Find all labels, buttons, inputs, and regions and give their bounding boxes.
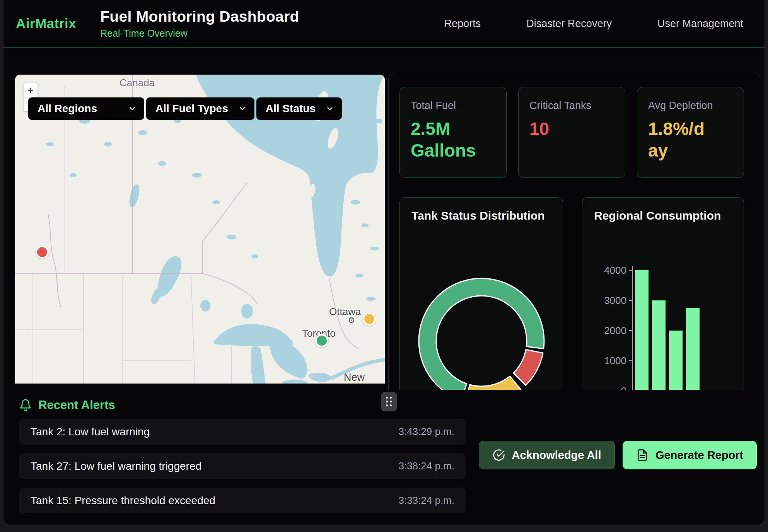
alert-message: Tank 15: Pressure threshold exceeded [31,494,215,507]
stat-value: 1.8%/day [648,118,706,161]
app-logo: AirMatrix [16,16,76,31]
nav-reports[interactable]: Reports [444,18,481,30]
svg-text:2000: 2000 [604,325,626,336]
nav-disaster-recovery[interactable]: Disaster Recovery [526,18,612,30]
map-marker-critical[interactable] [36,246,49,259]
fuel-map[interactable]: Canada Ottawa Toronto New York + − All R… [15,75,385,384]
alerts-header: Recent Alerts [19,398,115,412]
map-label-ottawa: Ottawa [329,306,361,318]
region-filter-value: All Regions [38,102,97,115]
drag-dots-icon [386,397,392,407]
stat-value: 10 [529,118,609,140]
fuel-type-filter-dropdown[interactable]: All Fuel Types [146,97,254,120]
alert-row[interactable]: Tank 15: Pressure threshold exceeded 3:3… [19,488,466,513]
map-label-new-york: New York [344,372,385,384]
map-marker-warning[interactable] [363,312,376,326]
resize-drag-handle[interactable] [381,392,397,411]
stat-card-avg-depletion: Avg Depletion 1.8%/day [637,87,744,178]
page-title: Fuel Monitoring Dashboard [100,8,299,25]
stat-card-critical-tanks: Critical Tanks 10 [518,87,625,178]
regional-consumption-chart-card: Regional Consumption 01000200030004000Mi… [582,197,744,408]
dashboard-root: AirMatrix Fuel Monitoring Dashboard Real… [3,0,765,525]
regional-consumption-bar-chart: 01000200030004000MidwestWest [582,222,744,416]
stat-card-total-fuel: Total Fuel 2.5M Gallons [399,87,507,178]
svg-text:3000: 3000 [604,295,626,306]
alert-row[interactable]: Tank 27: Low fuel warning triggered 3:38… [19,453,466,479]
check-circle-icon [493,449,505,461]
nav-user-management[interactable]: User Management [657,18,743,30]
alert-timestamp: 3:33:24 p.m. [398,494,454,506]
fuel-type-filter-value: All Fuel Types [155,102,228,115]
zoom-in-button[interactable]: + [24,83,38,97]
map-filters: All Regions All Fuel Types All Status [28,97,342,120]
alerts-title: Recent Alerts [38,398,115,412]
alert-message: Tank 2: Low fuel warning [31,426,150,438]
bell-icon [19,399,32,412]
header: AirMatrix Fuel Monitoring Dashboard Real… [3,0,765,48]
map-marker-normal[interactable] [315,334,328,347]
status-filter-dropdown[interactable]: All Status [256,97,342,120]
chevron-down-icon [128,104,137,113]
stat-label: Total Fuel [411,100,495,112]
stat-label: Avg Depletion [648,100,733,112]
generate-report-button[interactable]: Generate Report [623,441,757,469]
chevron-down-icon [326,104,334,113]
status-filter-value: All Status [266,102,316,115]
alert-message: Tank 27: Low fuel warning triggered [31,460,201,472]
chevron-down-icon [238,104,247,113]
svg-text:4000: 4000 [604,264,626,276]
tank-status-chart-card: Tank Status Distribution [399,197,563,408]
regional-consumption-chart-title: Regional Consumption [594,209,744,222]
alert-timestamp: 3:38:24 p.m. [398,460,454,472]
generate-report-label: Generate Report [655,449,743,462]
acknowledge-all-button[interactable]: Acknowledge All [479,441,615,469]
page-subtitle: Real-Time Overview [100,28,299,39]
svg-text:1000: 1000 [604,355,626,367]
map-label-canada: Canada [119,77,155,89]
region-filter-dropdown[interactable]: All Regions [28,97,144,120]
main-nav: Reports Disaster Recovery User Managemen… [444,18,743,30]
alert-row[interactable]: Tank 2: Low fuel warning 3:43:29 p.m. [19,419,466,445]
tank-status-chart-title: Tank Status Distribution [411,209,563,222]
alert-timestamp: 3:43:29 p.m. [398,426,454,438]
stat-label: Critical Tanks [529,100,614,112]
stat-value: 2.5M Gallons [411,118,490,161]
tank-status-donut-chart [400,222,563,416]
page-title-block: Fuel Monitoring Dashboard Real-Time Over… [100,8,299,39]
file-text-icon [636,449,649,461]
acknowledge-all-label: Acknowledge All [512,449,601,462]
